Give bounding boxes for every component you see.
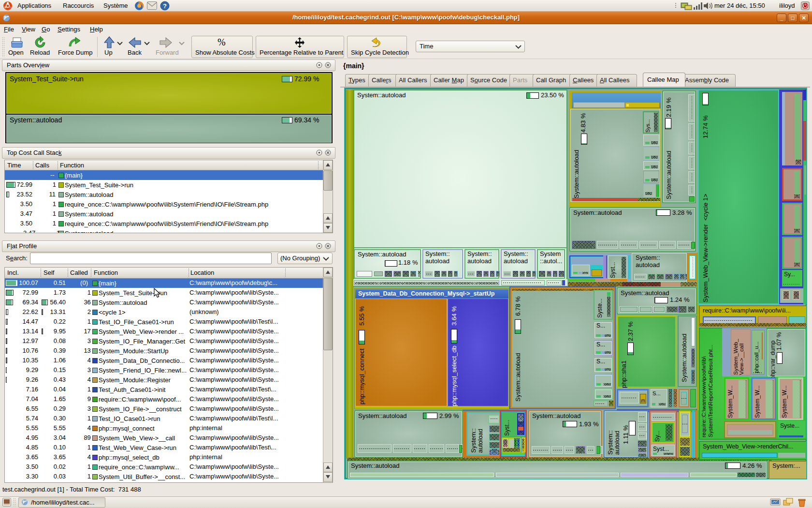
svg-text:?: ?	[163, 2, 167, 10]
